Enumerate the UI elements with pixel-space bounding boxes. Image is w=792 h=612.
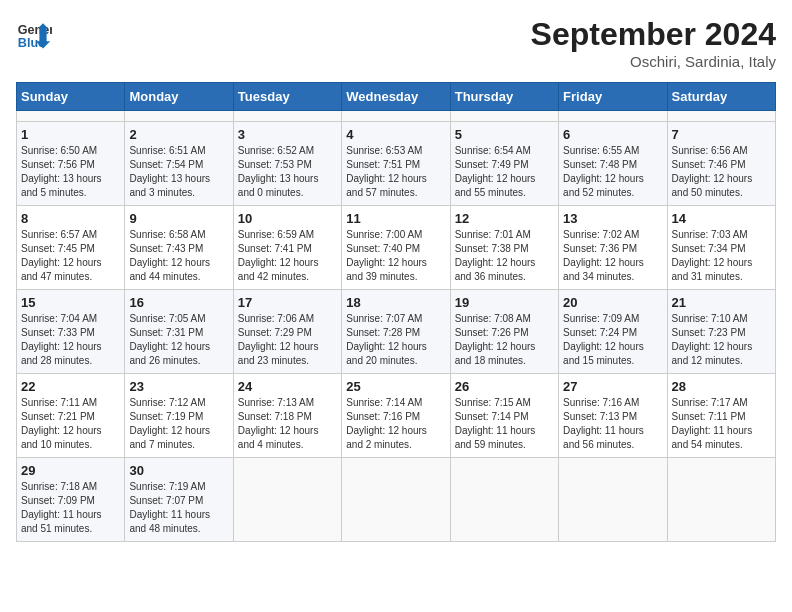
column-header-monday: Monday bbox=[125, 83, 233, 111]
calendar-day-cell: 15Sunrise: 7:04 AM Sunset: 7:33 PM Dayli… bbox=[17, 290, 125, 374]
calendar-day-cell: 22Sunrise: 7:11 AM Sunset: 7:21 PM Dayli… bbox=[17, 374, 125, 458]
calendar-day-cell: 30Sunrise: 7:19 AM Sunset: 7:07 PM Dayli… bbox=[125, 458, 233, 542]
day-number: 28 bbox=[672, 379, 771, 394]
calendar-day-cell bbox=[17, 111, 125, 122]
day-number: 10 bbox=[238, 211, 337, 226]
calendar-day-cell bbox=[450, 458, 558, 542]
day-info: Sunrise: 7:03 AM Sunset: 7:34 PM Dayligh… bbox=[672, 228, 771, 284]
day-info: Sunrise: 7:07 AM Sunset: 7:28 PM Dayligh… bbox=[346, 312, 445, 368]
calendar-day-cell: 9Sunrise: 6:58 AM Sunset: 7:43 PM Daylig… bbox=[125, 206, 233, 290]
day-number: 9 bbox=[129, 211, 228, 226]
calendar-day-cell: 21Sunrise: 7:10 AM Sunset: 7:23 PM Dayli… bbox=[667, 290, 775, 374]
calendar-day-cell bbox=[342, 458, 450, 542]
calendar-day-cell bbox=[125, 111, 233, 122]
title-block: September 2024 Oschiri, Sardinia, Italy bbox=[531, 16, 776, 70]
day-number: 1 bbox=[21, 127, 120, 142]
day-number: 18 bbox=[346, 295, 445, 310]
calendar-day-cell: 11Sunrise: 7:00 AM Sunset: 7:40 PM Dayli… bbox=[342, 206, 450, 290]
day-number: 2 bbox=[129, 127, 228, 142]
calendar-day-cell: 23Sunrise: 7:12 AM Sunset: 7:19 PM Dayli… bbox=[125, 374, 233, 458]
calendar-day-cell: 14Sunrise: 7:03 AM Sunset: 7:34 PM Dayli… bbox=[667, 206, 775, 290]
calendar-day-cell: 26Sunrise: 7:15 AM Sunset: 7:14 PM Dayli… bbox=[450, 374, 558, 458]
calendar-week-row bbox=[17, 111, 776, 122]
day-info: Sunrise: 7:00 AM Sunset: 7:40 PM Dayligh… bbox=[346, 228, 445, 284]
day-number: 4 bbox=[346, 127, 445, 142]
calendar-day-cell: 20Sunrise: 7:09 AM Sunset: 7:24 PM Dayli… bbox=[559, 290, 667, 374]
column-header-thursday: Thursday bbox=[450, 83, 558, 111]
day-number: 8 bbox=[21, 211, 120, 226]
calendar-day-cell bbox=[559, 111, 667, 122]
calendar-day-cell: 27Sunrise: 7:16 AM Sunset: 7:13 PM Dayli… bbox=[559, 374, 667, 458]
day-number: 22 bbox=[21, 379, 120, 394]
logo: General Blue bbox=[16, 16, 52, 52]
calendar-day-cell: 25Sunrise: 7:14 AM Sunset: 7:16 PM Dayli… bbox=[342, 374, 450, 458]
calendar-header-row: SundayMondayTuesdayWednesdayThursdayFrid… bbox=[17, 83, 776, 111]
day-number: 23 bbox=[129, 379, 228, 394]
calendar-day-cell bbox=[559, 458, 667, 542]
day-info: Sunrise: 6:54 AM Sunset: 7:49 PM Dayligh… bbox=[455, 144, 554, 200]
calendar-day-cell: 10Sunrise: 6:59 AM Sunset: 7:41 PM Dayli… bbox=[233, 206, 341, 290]
day-number: 20 bbox=[563, 295, 662, 310]
day-info: Sunrise: 6:53 AM Sunset: 7:51 PM Dayligh… bbox=[346, 144, 445, 200]
calendar-week-row: 29Sunrise: 7:18 AM Sunset: 7:09 PM Dayli… bbox=[17, 458, 776, 542]
day-info: Sunrise: 6:56 AM Sunset: 7:46 PM Dayligh… bbox=[672, 144, 771, 200]
day-info: Sunrise: 7:02 AM Sunset: 7:36 PM Dayligh… bbox=[563, 228, 662, 284]
calendar-day-cell: 2Sunrise: 6:51 AM Sunset: 7:54 PM Daylig… bbox=[125, 122, 233, 206]
day-number: 11 bbox=[346, 211, 445, 226]
column-header-wednesday: Wednesday bbox=[342, 83, 450, 111]
day-info: Sunrise: 6:50 AM Sunset: 7:56 PM Dayligh… bbox=[21, 144, 120, 200]
day-info: Sunrise: 7:11 AM Sunset: 7:21 PM Dayligh… bbox=[21, 396, 120, 452]
day-info: Sunrise: 7:05 AM Sunset: 7:31 PM Dayligh… bbox=[129, 312, 228, 368]
calendar-day-cell: 3Sunrise: 6:52 AM Sunset: 7:53 PM Daylig… bbox=[233, 122, 341, 206]
day-number: 13 bbox=[563, 211, 662, 226]
day-info: Sunrise: 6:57 AM Sunset: 7:45 PM Dayligh… bbox=[21, 228, 120, 284]
calendar-day-cell bbox=[342, 111, 450, 122]
day-info: Sunrise: 7:01 AM Sunset: 7:38 PM Dayligh… bbox=[455, 228, 554, 284]
day-number: 25 bbox=[346, 379, 445, 394]
day-number: 14 bbox=[672, 211, 771, 226]
calendar-day-cell: 6Sunrise: 6:55 AM Sunset: 7:48 PM Daylig… bbox=[559, 122, 667, 206]
day-number: 17 bbox=[238, 295, 337, 310]
calendar-day-cell: 1Sunrise: 6:50 AM Sunset: 7:56 PM Daylig… bbox=[17, 122, 125, 206]
day-info: Sunrise: 7:15 AM Sunset: 7:14 PM Dayligh… bbox=[455, 396, 554, 452]
calendar-day-cell: 28Sunrise: 7:17 AM Sunset: 7:11 PM Dayli… bbox=[667, 374, 775, 458]
day-number: 7 bbox=[672, 127, 771, 142]
day-number: 26 bbox=[455, 379, 554, 394]
day-info: Sunrise: 6:59 AM Sunset: 7:41 PM Dayligh… bbox=[238, 228, 337, 284]
calendar-day-cell: 4Sunrise: 6:53 AM Sunset: 7:51 PM Daylig… bbox=[342, 122, 450, 206]
day-number: 30 bbox=[129, 463, 228, 478]
column-header-friday: Friday bbox=[559, 83, 667, 111]
day-info: Sunrise: 7:18 AM Sunset: 7:09 PM Dayligh… bbox=[21, 480, 120, 536]
day-info: Sunrise: 7:06 AM Sunset: 7:29 PM Dayligh… bbox=[238, 312, 337, 368]
page-header: General Blue September 2024 Oschiri, Sar… bbox=[16, 16, 776, 70]
calendar-day-cell: 5Sunrise: 6:54 AM Sunset: 7:49 PM Daylig… bbox=[450, 122, 558, 206]
column-header-sunday: Sunday bbox=[17, 83, 125, 111]
calendar-week-row: 1Sunrise: 6:50 AM Sunset: 7:56 PM Daylig… bbox=[17, 122, 776, 206]
column-header-saturday: Saturday bbox=[667, 83, 775, 111]
day-number: 6 bbox=[563, 127, 662, 142]
calendar-day-cell: 16Sunrise: 7:05 AM Sunset: 7:31 PM Dayli… bbox=[125, 290, 233, 374]
day-info: Sunrise: 7:08 AM Sunset: 7:26 PM Dayligh… bbox=[455, 312, 554, 368]
calendar-day-cell bbox=[667, 111, 775, 122]
column-header-tuesday: Tuesday bbox=[233, 83, 341, 111]
calendar-week-row: 22Sunrise: 7:11 AM Sunset: 7:21 PM Dayli… bbox=[17, 374, 776, 458]
day-info: Sunrise: 6:51 AM Sunset: 7:54 PM Dayligh… bbox=[129, 144, 228, 200]
day-number: 12 bbox=[455, 211, 554, 226]
location: Oschiri, Sardinia, Italy bbox=[531, 53, 776, 70]
day-info: Sunrise: 7:12 AM Sunset: 7:19 PM Dayligh… bbox=[129, 396, 228, 452]
calendar-day-cell: 18Sunrise: 7:07 AM Sunset: 7:28 PM Dayli… bbox=[342, 290, 450, 374]
day-info: Sunrise: 7:13 AM Sunset: 7:18 PM Dayligh… bbox=[238, 396, 337, 452]
day-info: Sunrise: 7:14 AM Sunset: 7:16 PM Dayligh… bbox=[346, 396, 445, 452]
calendar-day-cell: 12Sunrise: 7:01 AM Sunset: 7:38 PM Dayli… bbox=[450, 206, 558, 290]
day-info: Sunrise: 7:04 AM Sunset: 7:33 PM Dayligh… bbox=[21, 312, 120, 368]
calendar-day-cell bbox=[233, 111, 341, 122]
calendar-day-cell: 29Sunrise: 7:18 AM Sunset: 7:09 PM Dayli… bbox=[17, 458, 125, 542]
day-info: Sunrise: 6:58 AM Sunset: 7:43 PM Dayligh… bbox=[129, 228, 228, 284]
calendar-day-cell: 19Sunrise: 7:08 AM Sunset: 7:26 PM Dayli… bbox=[450, 290, 558, 374]
day-info: Sunrise: 7:09 AM Sunset: 7:24 PM Dayligh… bbox=[563, 312, 662, 368]
day-number: 29 bbox=[21, 463, 120, 478]
calendar-table: SundayMondayTuesdayWednesdayThursdayFrid… bbox=[16, 82, 776, 542]
calendar-day-cell bbox=[667, 458, 775, 542]
logo-icon: General Blue bbox=[16, 16, 52, 52]
calendar-week-row: 8Sunrise: 6:57 AM Sunset: 7:45 PM Daylig… bbox=[17, 206, 776, 290]
